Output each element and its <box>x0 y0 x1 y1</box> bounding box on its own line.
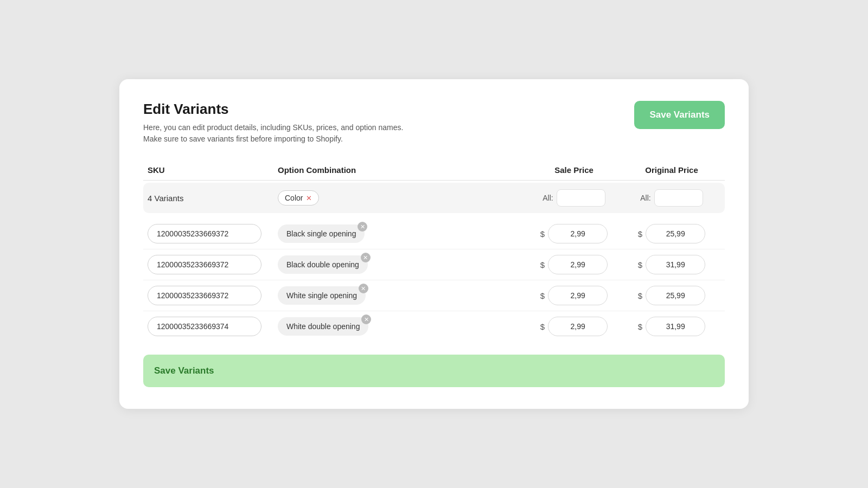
sale-price-column-header: Sale Price <box>525 165 623 175</box>
sale-price-input-0[interactable] <box>548 224 608 243</box>
table-header: SKU Option Combination Sale Price Origin… <box>143 160 725 181</box>
color-tag-label: Color <box>285 194 303 202</box>
option-tag-3: White double opening ✕ <box>278 317 368 336</box>
sku-cell-3 <box>148 317 278 336</box>
option-label-0: Black single opening <box>286 229 356 238</box>
original-price-input-1[interactable] <box>646 255 705 274</box>
dollar-sign-sale-0: $ <box>540 229 545 239</box>
dollar-sign-original-0: $ <box>638 229 642 239</box>
option-cell-0: Black single opening ✕ <box>278 224 525 243</box>
sku-input-3[interactable] <box>148 317 261 336</box>
option-combination-column-header: Option Combination <box>278 165 525 175</box>
table-row: Black double opening ✕ $ $ <box>143 249 725 280</box>
sale-price-cell-2: $ <box>525 286 623 305</box>
option-tag-2: White single opening ✕ <box>278 286 366 305</box>
original-price-cell-3: $ <box>623 317 720 336</box>
original-price-cell-0: $ <box>623 224 720 243</box>
table-row: White double opening ✕ $ $ <box>143 311 725 342</box>
all-sale-price-input[interactable] <box>557 189 605 207</box>
remove-option-button-0[interactable]: ✕ <box>358 222 367 232</box>
sku-column-header: SKU <box>148 165 278 175</box>
variant-rows-container: Black single opening ✕ $ $ Black double … <box>143 219 725 342</box>
dollar-sign-original-3: $ <box>638 322 642 331</box>
all-sale-price-cell: All: <box>525 189 623 207</box>
header-text: Edit Variants Here, you can edit product… <box>143 101 403 145</box>
header-row: Edit Variants Here, you can edit product… <box>143 101 725 145</box>
save-variants-bottom-button[interactable]: Save Variants <box>143 355 725 387</box>
all-original-label: All: <box>640 194 650 202</box>
option-tag-1: Black double opening ✕ <box>278 255 368 274</box>
variants-count-label: 4 Variants <box>148 194 278 203</box>
summary-row: 4 Variants Color ✕ All: All: <box>143 183 725 213</box>
original-price-cell-1: $ <box>623 255 720 274</box>
sale-price-cell-1: $ <box>525 255 623 274</box>
sku-cell-0 <box>148 224 278 243</box>
option-label-1: Black double opening <box>286 260 359 269</box>
dollar-sign-original-2: $ <box>638 291 642 300</box>
dollar-sign-original-1: $ <box>638 260 642 269</box>
page-title: Edit Variants <box>143 101 403 118</box>
dollar-sign-sale-3: $ <box>540 322 545 331</box>
color-tag-cell: Color ✕ <box>278 190 525 206</box>
option-cell-3: White double opening ✕ <box>278 317 525 336</box>
table-row: Black single opening ✕ $ $ <box>143 219 725 249</box>
sale-price-input-3[interactable] <box>548 317 608 336</box>
sku-cell-2 <box>148 286 278 305</box>
dollar-sign-sale-2: $ <box>540 291 545 300</box>
original-price-input-2[interactable] <box>646 286 705 305</box>
remove-option-button-1[interactable]: ✕ <box>361 253 371 262</box>
sku-cell-1 <box>148 255 278 274</box>
original-price-input-3[interactable] <box>646 317 705 336</box>
all-sale-label: All: <box>542 194 553 202</box>
sale-price-input-1[interactable] <box>548 255 608 274</box>
option-label-3: White double opening <box>286 322 360 331</box>
dollar-sign-sale-1: $ <box>540 260 545 269</box>
original-price-column-header: Original Price <box>623 165 720 175</box>
sale-price-input-2[interactable] <box>548 286 608 305</box>
table-row: White single opening ✕ $ $ <box>143 280 725 311</box>
all-original-price-cell: All: <box>623 189 720 207</box>
remove-option-button-3[interactable]: ✕ <box>361 314 371 324</box>
edit-variants-card: Edit Variants Here, you can edit product… <box>119 79 749 409</box>
save-variants-top-button[interactable]: Save Variants <box>634 101 725 129</box>
option-cell-1: Black double opening ✕ <box>278 255 525 274</box>
variants-table: SKU Option Combination Sale Price Origin… <box>143 160 725 342</box>
remove-option-button-2[interactable]: ✕ <box>359 284 368 293</box>
original-price-input-0[interactable] <box>646 224 705 243</box>
page-description: Here, you can edit product details, incl… <box>143 122 403 145</box>
option-cell-2: White single opening ✕ <box>278 286 525 305</box>
sale-price-cell-3: $ <box>525 317 623 336</box>
option-label-2: White single opening <box>286 291 357 300</box>
sku-input-0[interactable] <box>148 224 261 243</box>
sale-price-cell-0: $ <box>525 224 623 243</box>
color-filter-tag[interactable]: Color ✕ <box>278 190 319 206</box>
original-price-cell-2: $ <box>623 286 720 305</box>
remove-color-filter-button[interactable]: ✕ <box>306 195 312 202</box>
option-tag-0: Black single opening ✕ <box>278 224 365 243</box>
sku-input-2[interactable] <box>148 286 261 305</box>
all-original-price-input[interactable] <box>654 189 703 207</box>
sku-input-1[interactable] <box>148 255 261 274</box>
